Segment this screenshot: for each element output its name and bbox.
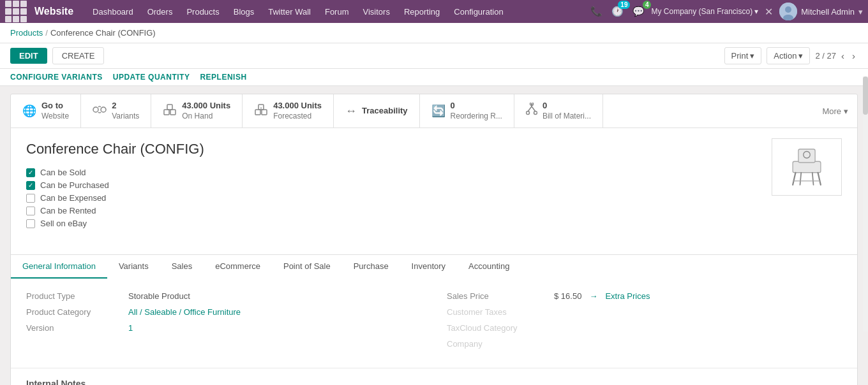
- field-sales-price: Sales Price $ 16.50 → Extra Prices: [447, 291, 842, 301]
- app-brand[interactable]: Website: [34, 6, 73, 17]
- field-customer-taxes: Customer Taxes: [447, 307, 842, 317]
- can-be-rented-checkbox[interactable]: [26, 207, 35, 215]
- product-title: Conference Chair (CONFIG): [26, 141, 842, 157]
- bom-icon: [526, 103, 537, 120]
- app-grid-icon[interactable]: [5, 1, 27, 22]
- company-selector[interactable]: My Company (San Francisco) ▾: [651, 7, 758, 16]
- activity-badge-wrap[interactable]: 🕐 19: [609, 3, 626, 20]
- svg-line-17: [793, 173, 795, 185]
- smart-btn-forecasted[interactable]: 43.000 Units Forecasted: [243, 94, 334, 127]
- close-icon[interactable]: ✕: [762, 6, 775, 18]
- variants-icon: [93, 104, 107, 119]
- pager-next-button[interactable]: ›: [849, 49, 858, 62]
- field-taxcloud-category: TaxCloud Category: [447, 323, 842, 333]
- tab-general-information[interactable]: General Information: [11, 255, 107, 279]
- can-be-purchased-checkbox[interactable]: ✓: [26, 181, 35, 190]
- configure-variants-link[interactable]: CONFIGURE VARIANTS: [10, 73, 103, 82]
- top-navigation: Website Dashboard Orders Products Blogs …: [0, 0, 868, 23]
- smart-btn-reordering[interactable]: 🔄 0 Reordering R...: [420, 94, 514, 127]
- checkbox-can-be-rented: Can be Rented: [26, 206, 842, 215]
- avatar: [779, 3, 797, 20]
- svg-rect-5: [164, 110, 169, 115]
- reordering-icon: 🔄: [431, 104, 445, 118]
- chevron-down-icon: ▾: [754, 7, 758, 16]
- breadcrumb-parent-link[interactable]: Products: [10, 28, 43, 38]
- tab-content-general: Product Type Storable Product Product Ca…: [11, 279, 857, 368]
- smart-btn-variants[interactable]: 2 Variants: [81, 94, 151, 127]
- action-chevron-icon: ▾: [798, 51, 803, 61]
- product-image[interactable]: [772, 138, 842, 196]
- sell-on-ebay-checkbox[interactable]: [26, 219, 35, 228]
- sub-action-bar: CONFIGURE VARIANTS UPDATE QUANTITY REPLE…: [0, 69, 868, 86]
- extra-prices-link[interactable]: Extra Prices: [605, 291, 650, 301]
- breadcrumb-current: Conference Chair (CONFIG): [50, 28, 156, 38]
- toolbar-right: Print ▾ Action ▾ 2 / 27 ‹ ›: [724, 47, 858, 64]
- menu-blogs[interactable]: Blogs: [227, 0, 261, 23]
- menu-dashboard[interactable]: Dashboard: [86, 0, 140, 23]
- svg-rect-8: [255, 110, 260, 115]
- svg-point-4: [101, 107, 106, 112]
- scrollbar[interactable]: [863, 76, 868, 331]
- smart-btn-bom[interactable]: 0 Bill of Materi...: [514, 94, 603, 127]
- tab-inventory[interactable]: Inventory: [400, 255, 457, 279]
- user-chevron-icon: ▾: [858, 7, 863, 17]
- print-button[interactable]: Print ▾: [724, 47, 762, 64]
- field-product-category: Product Category All / Saleable / Office…: [26, 307, 421, 317]
- tab-sales[interactable]: Sales: [160, 255, 204, 279]
- main-menu: Dashboard Orders Products Blogs Twitter …: [86, 0, 587, 23]
- menu-orders[interactable]: Orders: [141, 0, 179, 23]
- top-right-actions: 📞 🕐 19 💬 4 My Company (San Francisco) ▾ …: [588, 3, 863, 20]
- can-be-expensed-checkbox[interactable]: [26, 194, 35, 203]
- checkbox-can-be-expensed: Can be Expensed: [26, 193, 756, 203]
- menu-products[interactable]: Products: [180, 0, 225, 23]
- menu-visitors[interactable]: Visitors: [357, 0, 396, 23]
- replenish-link[interactable]: REPLENISH: [200, 73, 246, 82]
- product-body: Conference Chair (CONFIG) ✓ Can be Sold …: [11, 128, 857, 244]
- smart-buttons-bar: 🌐 Go to Website 2 V: [11, 94, 857, 128]
- create-button[interactable]: CREATE: [52, 47, 105, 64]
- arrow-right-icon: →: [589, 291, 597, 301]
- checkbox-list: ✓ Can be Sold ✓ Can be Purchased Can be …: [26, 168, 842, 228]
- traceability-icon: ↔: [345, 105, 357, 118]
- menu-configuration[interactable]: Configuration: [447, 0, 509, 23]
- svg-rect-9: [262, 110, 267, 115]
- breadcrumb-separator: /: [45, 28, 48, 38]
- can-be-sold-checkbox[interactable]: ✓: [26, 168, 35, 177]
- tab-ecommerce[interactable]: eCommerce: [204, 255, 272, 279]
- smart-btn-website[interactable]: 🌐 Go to Website: [11, 94, 81, 127]
- edit-button[interactable]: EDIT: [10, 48, 47, 64]
- menu-reporting[interactable]: Reporting: [398, 0, 446, 23]
- svg-rect-6: [170, 110, 176, 115]
- pager: 2 / 27 ‹ ›: [815, 49, 858, 62]
- phone-icon[interactable]: 📞: [588, 3, 605, 20]
- globe-icon: 🌐: [22, 104, 36, 118]
- field-product-type: Product Type Storable Product: [26, 291, 421, 301]
- svg-line-19: [800, 173, 802, 185]
- user-menu[interactable]: Mitchell Admin ▾: [779, 3, 863, 20]
- action-button[interactable]: Action ▾: [767, 47, 810, 64]
- username-label: Mitchell Admin: [801, 7, 855, 17]
- field-version: Version 1: [26, 323, 421, 333]
- update-quantity-link[interactable]: UPDATE QUANTITY: [113, 73, 190, 82]
- menu-forum[interactable]: Forum: [318, 0, 355, 23]
- product-card: 🌐 Go to Website 2 V: [10, 94, 858, 385]
- discuss-badge: 4: [643, 1, 652, 9]
- tab-col-left: Product Type Storable Product Product Ca…: [26, 291, 421, 355]
- tab-purchase[interactable]: Purchase: [342, 255, 400, 279]
- tab-variants[interactable]: Variants: [107, 255, 160, 279]
- smart-btn-on-hand[interactable]: 43.000 Units On Hand: [151, 94, 243, 127]
- breadcrumb: Products / Conference Chair (CONFIG): [0, 23, 868, 43]
- scrollbar-thumb[interactable]: [863, 76, 868, 115]
- tab-col-right: Sales Price $ 16.50 → Extra Prices Custo…: [447, 291, 842, 355]
- smart-btn-more[interactable]: More ▾: [813, 94, 857, 127]
- discuss-badge-wrap[interactable]: 💬 4: [630, 3, 647, 20]
- tab-point-of-sale[interactable]: Point of Sale: [272, 255, 342, 279]
- svg-line-18: [818, 173, 821, 185]
- menu-twitter-wall[interactable]: Twitter Wall: [262, 0, 317, 23]
- print-chevron-icon: ▾: [750, 51, 754, 61]
- toolbar: EDIT CREATE Print ▾ Action ▾ 2 / 27 ‹ ›: [0, 43, 868, 69]
- tab-accounting[interactable]: Accounting: [457, 255, 521, 279]
- pager-prev-button[interactable]: ‹: [839, 49, 847, 62]
- forecasted-icon: [254, 103, 268, 119]
- smart-btn-traceability[interactable]: ↔ Traceability: [334, 94, 420, 127]
